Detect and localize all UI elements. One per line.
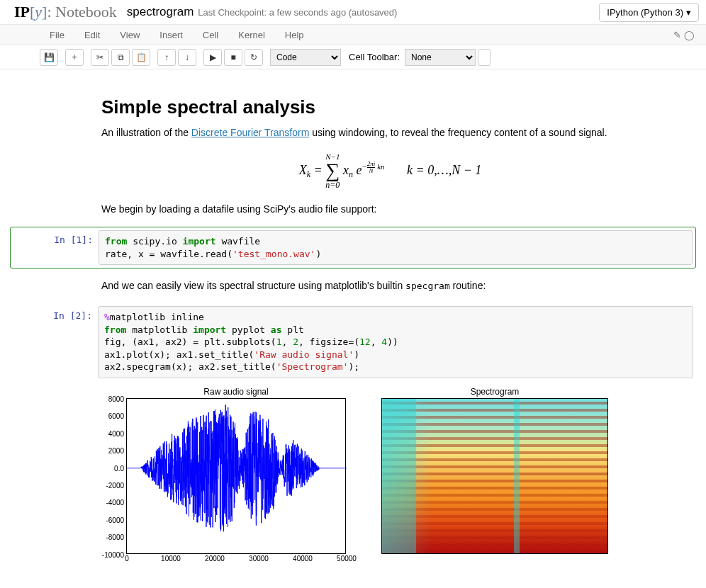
xtick: 20000: [554, 553, 573, 554]
cell-toolbar-label: Cell Toolbar:: [349, 52, 400, 62]
plot2-title: Spectrogram: [381, 387, 608, 397]
paste-icon: 📋: [136, 52, 147, 62]
xtick: 10000: [463, 553, 483, 554]
heading-1: Simple spectral analysis: [101, 96, 679, 118]
dft-link[interactable]: Discrete Fourier Transform: [191, 127, 309, 138]
edit-icon[interactable]: ✎: [673, 30, 681, 40]
prompt-in-2: In [2]:: [13, 306, 98, 378]
xtick: 10000: [161, 553, 181, 562]
copy-icon: ⧉: [118, 52, 124, 62]
code-cell-1[interactable]: In [1]: from scipy.io import wavfile rat…: [10, 227, 696, 268]
menu-insert[interactable]: Insert: [150, 26, 193, 45]
code-input-1[interactable]: from scipy.io import wavfile rate, x = w…: [99, 230, 693, 265]
output-area-cell-2: Raw audio signal -10000-8000-6000-4000-2…: [98, 387, 696, 554]
ytick: 0.6: [381, 457, 382, 465]
plot-raw-audio: Raw audio signal -10000-8000-6000-4000-2…: [126, 387, 346, 554]
ytick: 8000: [108, 395, 127, 402]
logo: IP[y]: Notebook: [14, 3, 117, 21]
ytick: 2000: [108, 447, 127, 455]
save-button[interactable]: 💾: [40, 49, 58, 66]
xtick: 20000: [205, 553, 225, 562]
ytick: 1.0: [381, 398, 382, 403]
kernel-indicator-icon: ◯: [684, 30, 695, 40]
caret-down-icon: ▾: [686, 7, 691, 18]
xtick: 50000: [337, 553, 357, 562]
restart-icon: ↻: [250, 52, 257, 62]
menu-view[interactable]: View: [110, 26, 150, 45]
arrow-up-icon: ↑: [164, 52, 169, 62]
toolbar-extra-button[interactable]: [478, 49, 491, 66]
xtick: 0: [125, 553, 129, 562]
plus-icon: ＋: [70, 51, 79, 63]
formula: Xk = N−1 ∑ n=0 xn e−2πiN kn k = 0,…,N − …: [101, 153, 679, 189]
ytick: 0.0: [114, 464, 127, 472]
play-icon: ▶: [210, 52, 216, 62]
md2-paragraph: And we can easily view its spectral stru…: [101, 278, 679, 293]
markdown-cell-2[interactable]: And we can easily view its spectral stru…: [10, 271, 696, 300]
code-cell-2[interactable]: In [2]: %matplotlib inline from matplotl…: [10, 303, 696, 381]
add-cell-button[interactable]: ＋: [65, 49, 84, 66]
ytick: -10000: [102, 550, 127, 558]
markdown-cell-1[interactable]: Simple spectral analysis An illustration…: [10, 84, 696, 224]
plot-spectrogram: Spectrogram 0.00.20.40.60.81.00500010000…: [381, 387, 608, 554]
menu-file[interactable]: File: [40, 26, 74, 45]
move-down-button[interactable]: ↓: [178, 49, 196, 66]
code-input-2[interactable]: %matplotlib inline from matplotlib impor…: [98, 306, 693, 378]
restart-button[interactable]: ↻: [245, 49, 263, 66]
ytick: 0.8: [381, 426, 382, 434]
stop-button[interactable]: ■: [224, 49, 242, 66]
ytick: 0.4: [381, 488, 382, 496]
kernel-selector-button[interactable]: IPython (Python 3) ▾: [599, 3, 699, 22]
waveform-svg: [127, 399, 347, 555]
celltype-select[interactable]: Code: [270, 49, 341, 66]
xtick: 40000: [293, 553, 313, 562]
xtick: 5000: [420, 553, 435, 554]
stop-icon: ■: [230, 52, 235, 62]
paste-button[interactable]: 📋: [132, 49, 150, 66]
cut-button[interactable]: ✂: [91, 49, 109, 66]
checkpoint-status: Last Checkpoint: a few seconds ago (auto…: [198, 7, 397, 18]
kernel-selector-label: IPython (Python 3): [607, 7, 683, 18]
plot1-title: Raw audio signal: [126, 387, 346, 397]
arrow-down-icon: ↓: [185, 52, 189, 62]
logo-y: y: [35, 3, 42, 21]
specgram-code: specgram: [405, 281, 450, 291]
ytick: -8000: [106, 533, 127, 541]
md1-paragraph-1: An illustration of the Discrete Fourier …: [101, 125, 679, 140]
toolbar: 💾 ＋ ✂ ⧉ 📋 ↑ ↓ ▶ ■ ↻ Code Cell Toolbar: N…: [0, 45, 706, 69]
menu-kernel[interactable]: Kernel: [228, 26, 275, 45]
header: IP[y]: Notebook spectrogram Last Checkpo…: [0, 0, 706, 24]
menu-help[interactable]: Help: [275, 26, 314, 45]
ytick: 6000: [108, 412, 127, 420]
prompt-in-1: In [1]:: [13, 230, 99, 265]
xtick: 30000: [249, 553, 269, 562]
xtick: 0: [381, 553, 384, 554]
notebook-container[interactable]: Simple spectral analysis An illustration…: [0, 71, 706, 588]
move-up-button[interactable]: ↑: [157, 49, 176, 66]
copy-button[interactable]: ⧉: [111, 49, 130, 66]
ytick: -2000: [106, 482, 127, 490]
run-button[interactable]: ▶: [203, 49, 222, 66]
ytick: -6000: [106, 516, 127, 524]
ytick: 4000: [108, 429, 127, 437]
ytick: 0.0: [381, 550, 382, 554]
md1-paragraph-2: We begin by loading a datafile using Sci…: [101, 202, 679, 217]
cut-icon: ✂: [96, 52, 103, 62]
logo-ip: IP: [14, 3, 30, 21]
save-icon: 💾: [44, 52, 55, 62]
menu-cell[interactable]: Cell: [193, 26, 228, 45]
logo-colon: :: [47, 3, 55, 21]
ytick: 0.2: [381, 519, 382, 527]
menu-edit[interactable]: Edit: [74, 26, 110, 45]
xtick: 25000: [599, 553, 608, 554]
xtick: 15000: [508, 553, 528, 554]
menubar: File Edit View Insert Cell Kernel Help ✎…: [0, 24, 706, 45]
notebook-name[interactable]: spectrogram: [127, 5, 194, 19]
logo-notebook: Notebook: [55, 3, 117, 21]
ytick: -4000: [106, 499, 127, 507]
cell-toolbar-select[interactable]: None: [405, 49, 476, 66]
